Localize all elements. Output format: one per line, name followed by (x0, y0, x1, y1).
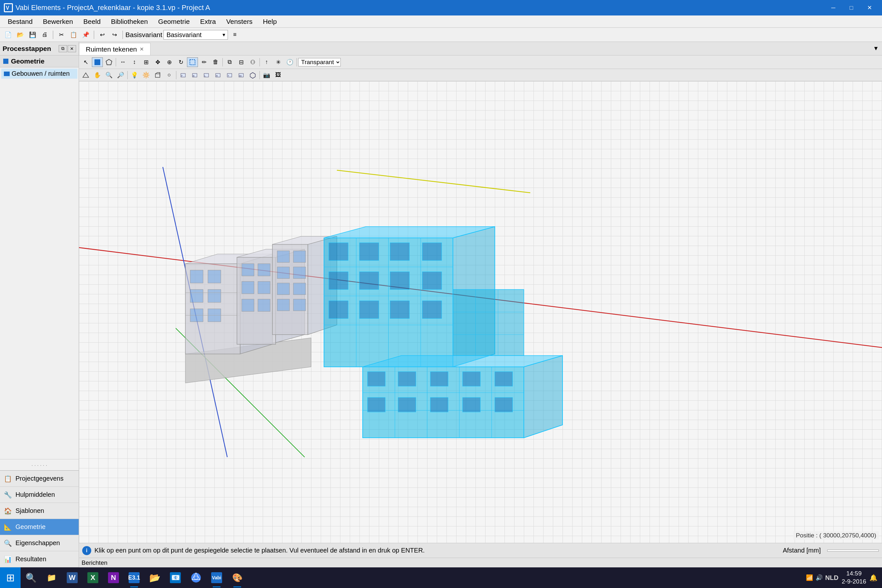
taskbar-word[interactable]: W (62, 567, 82, 588)
svg-rect-87 (430, 372, 448, 386)
bottom-view[interactable]: Bt (236, 70, 247, 80)
zoom-in-tool[interactable]: 🔎 (115, 70, 126, 80)
copy-geom-tool[interactable]: ⧉ (224, 57, 235, 67)
close-button[interactable]: ✕ (861, 1, 878, 15)
taskbar-excel[interactable]: X (82, 567, 103, 588)
print-button[interactable]: 🖨 (39, 30, 50, 40)
redo-button[interactable]: ↪ (109, 30, 120, 40)
new-button[interactable]: 📄 (3, 30, 14, 40)
select-tool[interactable]: ↖ (80, 57, 91, 67)
action-center-icon[interactable]: 🔔 (869, 574, 878, 582)
main-toolbar: 📄 📂 💾 🖨 ✂ 📋 📌 ↩ ↪ Basisvariant Basisvari… (0, 28, 882, 42)
sidebar-eigenschappen[interactable]: 🔍 Eigenschappen (0, 535, 79, 551)
distance-input[interactable] (827, 550, 879, 552)
maximize-button[interactable]: □ (843, 1, 860, 15)
sidebar-hulpmiddelen[interactable]: 🔧 Hulpmiddelen (0, 487, 79, 503)
light-tool[interactable]: 💡 (129, 70, 140, 80)
panel-float-button[interactable]: ⧉ (58, 45, 67, 52)
tree-item-buildings[interactable]: Gebouwen / ruimten (1, 69, 77, 79)
left-view[interactable]: L (201, 70, 212, 80)
svg-line-19 (337, 170, 530, 193)
align-tool[interactable]: ⊞ (141, 57, 152, 67)
tab-close-button[interactable]: ✕ (140, 46, 144, 52)
zoom-out-tool[interactable]: 🔍 (104, 70, 114, 80)
menu-bewerken[interactable]: Bewerken (38, 16, 78, 27)
geometrie-icon: 📐 (3, 522, 12, 532)
menu-bibliotheken[interactable]: Bibliotheken (106, 16, 153, 27)
hand-tool[interactable]: ✋ (92, 70, 103, 80)
viewport[interactable]: Positie : ( 30000,20750,4000) (79, 81, 882, 543)
save-button[interactable]: 💾 (27, 30, 38, 40)
panel-header: Processtappen ⧉ ✕ (0, 42, 79, 56)
taskbar-vabi[interactable]: Vabi (206, 567, 227, 588)
paste-button[interactable]: 📌 (80, 30, 91, 40)
cut-button[interactable]: ✂ (56, 30, 67, 40)
menu-bestand[interactable]: Bestand (3, 16, 38, 27)
taskbar-chrome[interactable] (186, 567, 206, 588)
light2-tool[interactable]: 🔆 (141, 70, 152, 80)
delete-tool[interactable]: 🗑 (210, 57, 221, 67)
svg-rect-43 (258, 299, 270, 311)
menu-extra[interactable]: Extra (195, 16, 221, 27)
taskbar-onenote[interactable]: N (103, 567, 124, 588)
network-icon: 📶 (806, 574, 813, 581)
tab-dropdown-button[interactable]: ▼ (873, 45, 882, 52)
pencil-tool[interactable]: ✏ (199, 57, 210, 67)
distance-label: Afstand [mm] (783, 547, 821, 554)
tab-ruimten-tekenen[interactable]: Ruimten tekenen ✕ (79, 43, 150, 55)
box-select-tool[interactable] (187, 57, 198, 67)
flip-h-tool[interactable]: ↔ (117, 57, 128, 67)
box-3d-tool[interactable] (152, 70, 163, 80)
draw-room-tool[interactable] (92, 57, 103, 67)
svg-rect-29 (190, 290, 203, 302)
svg-text:R: R (216, 75, 218, 77)
offset-tool[interactable]: ⊕ (164, 57, 175, 67)
circle-tool[interactable]: ○ (164, 70, 175, 80)
tree-section: Gebouwen / ruimten (0, 68, 79, 459)
polygon-tool[interactable] (104, 57, 114, 67)
screenshot-tool[interactable]: 🖼 (273, 70, 284, 80)
move-tool[interactable]: ✥ (152, 57, 163, 67)
sidebar-projectgegevens[interactable]: 📋 Projectgegevens (0, 471, 79, 487)
rotate-tool[interactable]: ↻ (176, 57, 186, 67)
menu-beeld[interactable]: Beeld (78, 16, 106, 27)
top-view[interactable]: T (224, 70, 235, 80)
sidebar-geometrie[interactable]: 📐 Geometrie (0, 519, 79, 535)
asterisk-tool[interactable]: ✳ (273, 57, 284, 67)
status-icon: i (82, 546, 91, 555)
taskbar-folder[interactable]: 📂 (144, 567, 165, 588)
variant-extra-button[interactable]: ≡ (229, 30, 240, 40)
taskbar-clock[interactable]: 14:59 2-9-2016 (842, 570, 866, 585)
undo-button[interactable]: ↩ (97, 30, 108, 40)
front-view[interactable]: F (178, 70, 189, 80)
menu-help[interactable]: Help (258, 16, 282, 27)
upload-tool[interactable]: ↑ (261, 57, 272, 67)
hulpmiddelen-icon: 🔧 (3, 490, 12, 500)
panel-close-button[interactable]: ✕ (68, 45, 76, 52)
clock-tool[interactable]: 🕐 (284, 57, 295, 67)
copy-button[interactable]: 📋 (68, 30, 79, 40)
right-view[interactable]: R (213, 70, 224, 80)
sidebar-resultaten[interactable]: 📊 Resultaten (0, 551, 79, 567)
variant-dropdown[interactable]: Basisvariant (164, 30, 228, 40)
menu-geometrie[interactable]: Geometrie (153, 16, 195, 27)
taskbar-elements31[interactable]: E3.1 (124, 567, 144, 588)
back-view[interactable]: B (189, 70, 200, 80)
taskbar-explorer[interactable]: 📁 (41, 567, 62, 588)
menu-vensters[interactable]: Vensters (221, 16, 258, 27)
sidebar-sjablonen[interactable]: 🏠 Sjablonen (0, 503, 79, 519)
taskbar-search-button[interactable]: 🔍 (21, 567, 41, 588)
flip-v-tool[interactable]: ↕ (129, 57, 140, 67)
split-tool[interactable]: ⚇ (247, 57, 258, 67)
taskbar-paint[interactable]: 🎨 (227, 567, 248, 588)
3d-perspective-view[interactable] (80, 70, 91, 80)
taskbar-outlook[interactable]: 📧 (165, 567, 186, 588)
svg-rect-68 (329, 272, 348, 290)
camera-tool[interactable]: 📷 (261, 70, 272, 80)
transparency-select[interactable]: Transparant Wireframe Solid (298, 58, 341, 66)
taskbar-start-button[interactable]: ⊞ (0, 567, 21, 588)
minimize-button[interactable]: ─ (825, 1, 842, 15)
iso-view[interactable] (247, 70, 258, 80)
paste-geom-tool[interactable]: ⊟ (236, 57, 247, 67)
open-button[interactable]: 📂 (15, 30, 26, 40)
